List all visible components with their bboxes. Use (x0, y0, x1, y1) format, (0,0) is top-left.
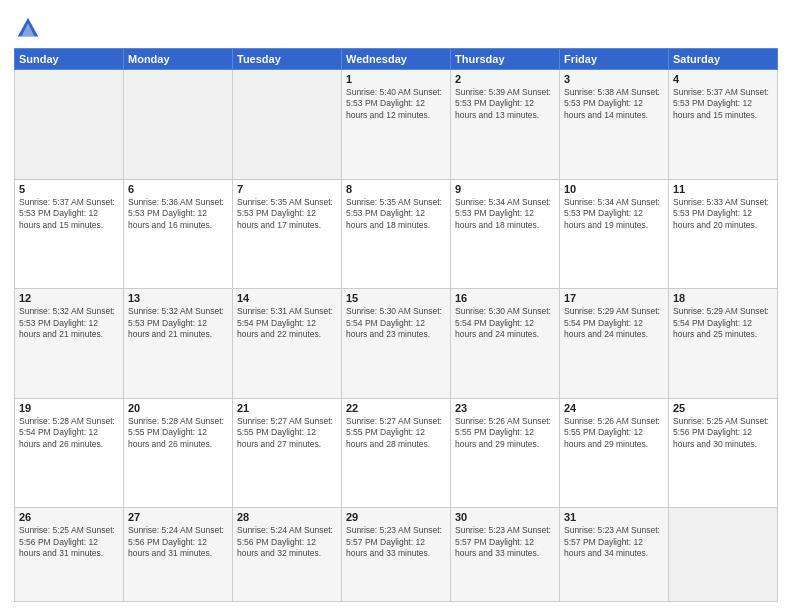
calendar-week-row: 5Sunrise: 5:37 AM Sunset: 5:53 PM Daylig… (15, 179, 778, 289)
calendar-cell (669, 508, 778, 602)
day-info: Sunrise: 5:40 AM Sunset: 5:53 PM Dayligh… (346, 87, 446, 121)
calendar-header-monday: Monday (124, 49, 233, 70)
calendar-week-row: 26Sunrise: 5:25 AM Sunset: 5:56 PM Dayli… (15, 508, 778, 602)
day-number: 4 (673, 73, 773, 85)
calendar-cell: 25Sunrise: 5:25 AM Sunset: 5:56 PM Dayli… (669, 398, 778, 508)
calendar-cell (124, 70, 233, 180)
calendar-cell: 9Sunrise: 5:34 AM Sunset: 5:53 PM Daylig… (451, 179, 560, 289)
day-info: Sunrise: 5:29 AM Sunset: 5:54 PM Dayligh… (673, 306, 773, 340)
logo-icon (14, 14, 42, 42)
day-info: Sunrise: 5:35 AM Sunset: 5:53 PM Dayligh… (237, 197, 337, 231)
day-number: 2 (455, 73, 555, 85)
day-info: Sunrise: 5:25 AM Sunset: 5:56 PM Dayligh… (19, 525, 119, 559)
day-info: Sunrise: 5:28 AM Sunset: 5:55 PM Dayligh… (128, 416, 228, 450)
calendar-header-row: SundayMondayTuesdayWednesdayThursdayFrid… (15, 49, 778, 70)
calendar-cell: 20Sunrise: 5:28 AM Sunset: 5:55 PM Dayli… (124, 398, 233, 508)
calendar-cell: 12Sunrise: 5:32 AM Sunset: 5:53 PM Dayli… (15, 289, 124, 399)
calendar-cell (233, 70, 342, 180)
calendar-cell: 11Sunrise: 5:33 AM Sunset: 5:53 PM Dayli… (669, 179, 778, 289)
calendar-cell: 6Sunrise: 5:36 AM Sunset: 5:53 PM Daylig… (124, 179, 233, 289)
day-info: Sunrise: 5:27 AM Sunset: 5:55 PM Dayligh… (237, 416, 337, 450)
calendar-cell: 14Sunrise: 5:31 AM Sunset: 5:54 PM Dayli… (233, 289, 342, 399)
day-info: Sunrise: 5:24 AM Sunset: 5:56 PM Dayligh… (237, 525, 337, 559)
day-info: Sunrise: 5:25 AM Sunset: 5:56 PM Dayligh… (673, 416, 773, 450)
day-info: Sunrise: 5:32 AM Sunset: 5:53 PM Dayligh… (19, 306, 119, 340)
day-number: 24 (564, 402, 664, 414)
day-number: 5 (19, 183, 119, 195)
day-number: 19 (19, 402, 119, 414)
calendar-header-tuesday: Tuesday (233, 49, 342, 70)
calendar-cell: 30Sunrise: 5:23 AM Sunset: 5:57 PM Dayli… (451, 508, 560, 602)
calendar-header-wednesday: Wednesday (342, 49, 451, 70)
day-info: Sunrise: 5:30 AM Sunset: 5:54 PM Dayligh… (346, 306, 446, 340)
calendar-cell: 27Sunrise: 5:24 AM Sunset: 5:56 PM Dayli… (124, 508, 233, 602)
day-number: 28 (237, 511, 337, 523)
day-info: Sunrise: 5:38 AM Sunset: 5:53 PM Dayligh… (564, 87, 664, 121)
day-info: Sunrise: 5:39 AM Sunset: 5:53 PM Dayligh… (455, 87, 555, 121)
day-info: Sunrise: 5:28 AM Sunset: 5:54 PM Dayligh… (19, 416, 119, 450)
calendar-cell: 29Sunrise: 5:23 AM Sunset: 5:57 PM Dayli… (342, 508, 451, 602)
calendar-cell: 23Sunrise: 5:26 AM Sunset: 5:55 PM Dayli… (451, 398, 560, 508)
day-info: Sunrise: 5:29 AM Sunset: 5:54 PM Dayligh… (564, 306, 664, 340)
calendar-header-thursday: Thursday (451, 49, 560, 70)
calendar-cell: 16Sunrise: 5:30 AM Sunset: 5:54 PM Dayli… (451, 289, 560, 399)
calendar-cell: 28Sunrise: 5:24 AM Sunset: 5:56 PM Dayli… (233, 508, 342, 602)
day-number: 12 (19, 292, 119, 304)
day-number: 26 (19, 511, 119, 523)
day-number: 20 (128, 402, 228, 414)
page: SundayMondayTuesdayWednesdayThursdayFrid… (0, 0, 792, 612)
day-number: 14 (237, 292, 337, 304)
day-info: Sunrise: 5:37 AM Sunset: 5:53 PM Dayligh… (19, 197, 119, 231)
calendar-cell: 31Sunrise: 5:23 AM Sunset: 5:57 PM Dayli… (560, 508, 669, 602)
day-number: 18 (673, 292, 773, 304)
day-info: Sunrise: 5:37 AM Sunset: 5:53 PM Dayligh… (673, 87, 773, 121)
calendar-cell: 10Sunrise: 5:34 AM Sunset: 5:53 PM Dayli… (560, 179, 669, 289)
logo (14, 14, 46, 42)
day-number: 27 (128, 511, 228, 523)
day-number: 9 (455, 183, 555, 195)
day-number: 10 (564, 183, 664, 195)
calendar-cell: 26Sunrise: 5:25 AM Sunset: 5:56 PM Dayli… (15, 508, 124, 602)
calendar-week-row: 12Sunrise: 5:32 AM Sunset: 5:53 PM Dayli… (15, 289, 778, 399)
calendar-cell: 24Sunrise: 5:26 AM Sunset: 5:55 PM Dayli… (560, 398, 669, 508)
day-info: Sunrise: 5:36 AM Sunset: 5:53 PM Dayligh… (128, 197, 228, 231)
day-info: Sunrise: 5:34 AM Sunset: 5:53 PM Dayligh… (455, 197, 555, 231)
day-number: 3 (564, 73, 664, 85)
day-number: 7 (237, 183, 337, 195)
day-number: 1 (346, 73, 446, 85)
calendar-cell: 22Sunrise: 5:27 AM Sunset: 5:55 PM Dayli… (342, 398, 451, 508)
day-info: Sunrise: 5:33 AM Sunset: 5:53 PM Dayligh… (673, 197, 773, 231)
calendar-cell: 5Sunrise: 5:37 AM Sunset: 5:53 PM Daylig… (15, 179, 124, 289)
day-number: 8 (346, 183, 446, 195)
day-info: Sunrise: 5:26 AM Sunset: 5:55 PM Dayligh… (455, 416, 555, 450)
calendar-header-sunday: Sunday (15, 49, 124, 70)
day-number: 15 (346, 292, 446, 304)
calendar-cell: 21Sunrise: 5:27 AM Sunset: 5:55 PM Dayli… (233, 398, 342, 508)
calendar-cell: 19Sunrise: 5:28 AM Sunset: 5:54 PM Dayli… (15, 398, 124, 508)
calendar-cell: 2Sunrise: 5:39 AM Sunset: 5:53 PM Daylig… (451, 70, 560, 180)
calendar-cell: 18Sunrise: 5:29 AM Sunset: 5:54 PM Dayli… (669, 289, 778, 399)
calendar-cell (15, 70, 124, 180)
header (14, 10, 778, 42)
day-number: 22 (346, 402, 446, 414)
calendar-cell: 13Sunrise: 5:32 AM Sunset: 5:53 PM Dayli… (124, 289, 233, 399)
day-info: Sunrise: 5:23 AM Sunset: 5:57 PM Dayligh… (346, 525, 446, 559)
day-info: Sunrise: 5:24 AM Sunset: 5:56 PM Dayligh… (128, 525, 228, 559)
day-number: 16 (455, 292, 555, 304)
day-number: 21 (237, 402, 337, 414)
day-info: Sunrise: 5:34 AM Sunset: 5:53 PM Dayligh… (564, 197, 664, 231)
day-number: 31 (564, 511, 664, 523)
day-number: 11 (673, 183, 773, 195)
day-info: Sunrise: 5:32 AM Sunset: 5:53 PM Dayligh… (128, 306, 228, 340)
calendar-table: SundayMondayTuesdayWednesdayThursdayFrid… (14, 48, 778, 602)
day-number: 29 (346, 511, 446, 523)
calendar-cell: 7Sunrise: 5:35 AM Sunset: 5:53 PM Daylig… (233, 179, 342, 289)
day-number: 17 (564, 292, 664, 304)
calendar-cell: 8Sunrise: 5:35 AM Sunset: 5:53 PM Daylig… (342, 179, 451, 289)
day-info: Sunrise: 5:35 AM Sunset: 5:53 PM Dayligh… (346, 197, 446, 231)
calendar-cell: 17Sunrise: 5:29 AM Sunset: 5:54 PM Dayli… (560, 289, 669, 399)
day-number: 25 (673, 402, 773, 414)
day-number: 30 (455, 511, 555, 523)
calendar-cell: 4Sunrise: 5:37 AM Sunset: 5:53 PM Daylig… (669, 70, 778, 180)
day-number: 13 (128, 292, 228, 304)
